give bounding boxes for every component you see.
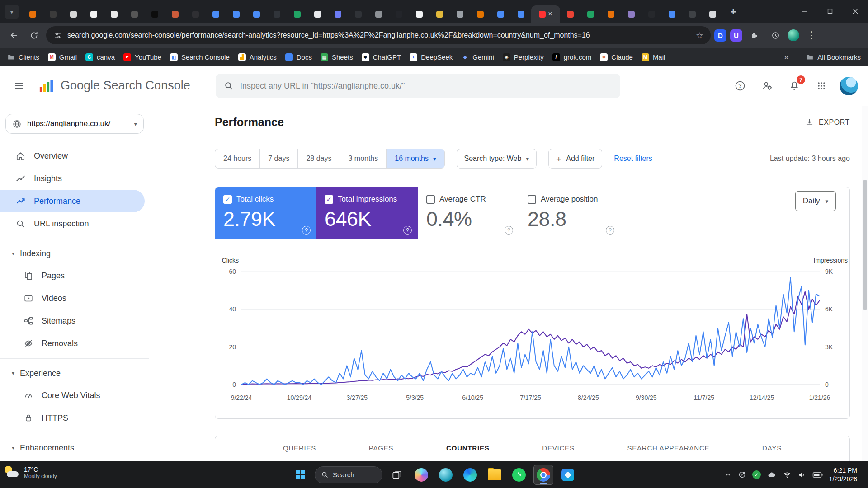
- sidebar-item-overview[interactable]: Overview: [0, 145, 149, 167]
- taskbar-clock[interactable]: 6:21 PM 1/23/2026: [829, 466, 857, 483]
- help-icon[interactable]: ?: [403, 226, 412, 235]
- metric-card-total-impressions[interactable]: ✓ Total impressions 646K ?: [316, 187, 418, 239]
- bookmark-gmail[interactable]: MGmail: [48, 53, 77, 61]
- bookmark-claude[interactable]: ∗Claude: [600, 53, 633, 61]
- browser-tab[interactable]: [368, 5, 389, 23]
- range-7-days[interactable]: 7 days: [259, 149, 297, 168]
- browser-tab[interactable]: [328, 5, 348, 23]
- notifications-bell-icon[interactable]: 7: [786, 77, 803, 94]
- account-avatar[interactable]: [840, 77, 858, 95]
- range-16-months-selected[interactable]: 16 months ▾: [386, 149, 444, 168]
- start-button[interactable]: [290, 465, 310, 485]
- range-24-hours[interactable]: 24 hours: [215, 149, 259, 168]
- address-bar[interactable]: search.google.com/search-console/perform…: [46, 26, 711, 44]
- granularity-dropdown[interactable]: Daily ▾: [795, 191, 836, 211]
- metric-card-total-clicks[interactable]: ✓ Total clicks 2.79K ?: [215, 187, 316, 239]
- browser-tab[interactable]: [470, 5, 491, 23]
- url-inspect-input[interactable]: [240, 81, 612, 91]
- close-button[interactable]: [843, 0, 868, 23]
- battery-icon[interactable]: [812, 470, 823, 479]
- bookmark-gemini[interactable]: ◆Gemini: [461, 53, 494, 61]
- taskbar-search[interactable]: Search: [315, 466, 382, 483]
- metric-card-average-position[interactable]: Average position 28.8 ?: [519, 187, 620, 239]
- bookmark-clients[interactable]: Clients: [7, 53, 39, 61]
- tab-countries[interactable]: COUNTRIES: [446, 444, 490, 452]
- browser-tab[interactable]: [511, 5, 531, 23]
- sidebar-item-removals[interactable]: Removals: [0, 332, 149, 355]
- google-apps-grid-icon[interactable]: [813, 77, 830, 94]
- volume-icon[interactable]: [797, 470, 807, 479]
- chrome-icon[interactable]: [533, 465, 553, 485]
- browser-tab[interactable]: [429, 5, 450, 23]
- history-icon[interactable]: [767, 27, 784, 44]
- browser-tab[interactable]: [226, 5, 246, 23]
- tab-devices[interactable]: DEVICES: [542, 444, 574, 452]
- photos-icon[interactable]: [558, 465, 578, 485]
- range-3-months[interactable]: 3 months: [340, 149, 386, 168]
- bookmark-sheets[interactable]: ▦Sheets: [321, 53, 353, 61]
- browser-tab[interactable]: [104, 5, 124, 23]
- extension-d-icon[interactable]: D: [714, 29, 726, 42]
- tab-queries[interactable]: QUERIES: [283, 444, 316, 452]
- tab-search-appearance[interactable]: SEARCH APPEARANCE: [627, 444, 709, 452]
- browser-tab-active[interactable]: ×: [531, 5, 560, 23]
- browser-tab[interactable]: [560, 5, 580, 23]
- browser-tab[interactable]: [389, 5, 409, 23]
- onedrive-cloud-icon[interactable]: [767, 470, 777, 480]
- extension-u-icon[interactable]: U: [730, 29, 742, 42]
- security-shield-icon[interactable]: ✓: [752, 470, 761, 479]
- browser-tab[interactable]: [662, 5, 682, 23]
- file-explorer-icon[interactable]: [485, 465, 505, 485]
- browser-tab[interactable]: [165, 5, 185, 23]
- help-icon[interactable]: ?: [731, 77, 749, 94]
- sidebar-item-performance[interactable]: Performance: [0, 190, 145, 212]
- sidebar-item-url-inspection[interactable]: URL inspection: [0, 212, 149, 235]
- sidebar-item-sitemaps[interactable]: Sitemaps: [0, 310, 149, 332]
- site-settings-icon[interactable]: [53, 31, 62, 40]
- browser-menu-icon[interactable]: ⋮: [803, 29, 820, 41]
- browser-tab[interactable]: [409, 5, 429, 23]
- checkbox-unchecked-icon[interactable]: [426, 195, 435, 204]
- browser-tab[interactable]: [246, 5, 267, 23]
- checkbox-checked-icon[interactable]: ✓: [223, 195, 232, 204]
- tab-pages[interactable]: PAGES: [369, 444, 394, 452]
- browser-tab[interactable]: [287, 5, 307, 23]
- bookmark-mail[interactable]: MMail: [642, 53, 665, 61]
- new-tab-button[interactable]: +: [726, 5, 740, 19]
- sidebar-item-videos[interactable]: Videos: [0, 287, 149, 310]
- range-28-days[interactable]: 28 days: [297, 149, 340, 168]
- metric-card-average-ctr[interactable]: Average CTR 0.4% ?: [418, 187, 519, 239]
- browser-tab[interactable]: [267, 5, 287, 23]
- main-menu-icon[interactable]: [11, 78, 27, 94]
- url-text[interactable]: search.google.com/search-console/perform…: [67, 31, 690, 39]
- bookmark-docs[interactable]: ≡Docs: [285, 53, 312, 61]
- browser-tab[interactable]: [348, 5, 368, 23]
- help-icon[interactable]: ?: [505, 226, 513, 235]
- sidebar-item-pages[interactable]: Pages: [0, 264, 149, 287]
- bookmark-analytics[interactable]: ▟Analytics: [238, 53, 277, 61]
- reload-button[interactable]: [25, 27, 42, 44]
- browser-tab[interactable]: [682, 5, 703, 23]
- whatsapp-icon[interactable]: [509, 465, 529, 485]
- sidebar-section-indexing[interactable]: ▾ Indexing: [0, 243, 149, 264]
- browser-tab[interactable]: [124, 5, 145, 23]
- all-bookmarks-button[interactable]: All Bookmarks: [806, 53, 861, 61]
- browser-tab[interactable]: [145, 5, 165, 23]
- network-off-icon[interactable]: [738, 470, 746, 479]
- search-console-logo[interactable]: [38, 78, 55, 96]
- sidebar-item-core-web-vitals[interactable]: Core Web Vitals: [0, 384, 149, 407]
- task-view-icon[interactable]: [387, 465, 407, 485]
- copilot-icon[interactable]: [411, 465, 431, 485]
- sidebar-section-enhancements[interactable]: ▾ Enhancements: [0, 437, 149, 459]
- search-type-filter[interactable]: Search type: Web ▾: [457, 149, 537, 169]
- back-button[interactable]: [5, 27, 22, 44]
- sidebar-item-https[interactable]: HTTPS: [0, 407, 149, 429]
- browser-tab[interactable]: [206, 5, 226, 23]
- teams-icon[interactable]: [436, 465, 456, 485]
- browser-tab[interactable]: [185, 5, 206, 23]
- property-selector[interactable]: https://anglianphe.co.uk/ ▾: [5, 114, 144, 134]
- browser-tab[interactable]: [23, 5, 43, 23]
- browser-tab[interactable]: [642, 5, 662, 23]
- show-desktop-button[interactable]: [863, 467, 865, 483]
- tray-chevron-up-icon[interactable]: [724, 471, 732, 479]
